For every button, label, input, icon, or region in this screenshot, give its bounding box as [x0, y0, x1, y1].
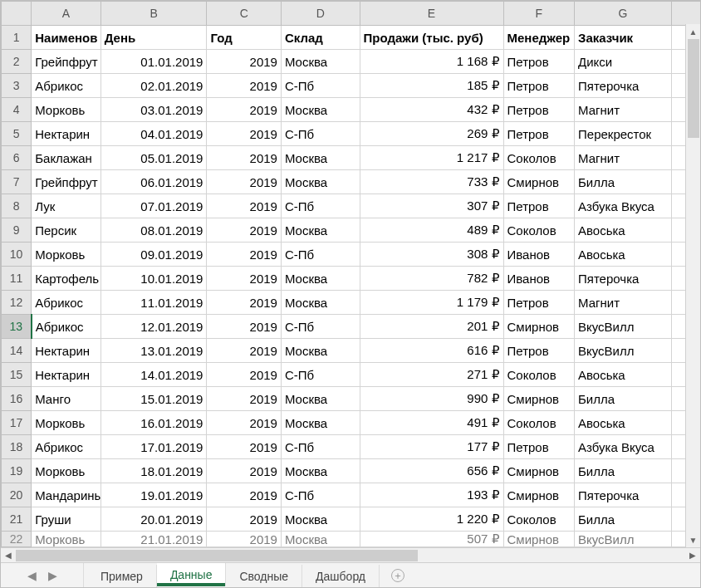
row-header[interactable]: 6: [2, 146, 32, 170]
cell[interactable]: Нектарин: [32, 339, 100, 363]
cell[interactable]: 2019: [207, 170, 282, 194]
cell[interactable]: 307 ₽: [360, 194, 503, 218]
tab-nav-prev-icon[interactable]: ◀: [27, 569, 37, 582]
cell[interactable]: Перекресток: [575, 122, 672, 146]
row-header[interactable]: 8: [2, 194, 32, 218]
header-cell[interactable]: Год: [207, 26, 282, 50]
cell[interactable]: 2019: [207, 483, 282, 507]
header-cell[interactable]: Продажи (тыс. руб): [360, 26, 503, 50]
col-header-E[interactable]: E: [360, 2, 503, 26]
row-header[interactable]: 2: [2, 50, 32, 74]
cell[interactable]: С-Пб: [281, 315, 360, 339]
cell[interactable]: Смирнов: [503, 387, 575, 411]
scroll-right-icon[interactable]: ▶: [685, 548, 700, 563]
cell[interactable]: Москва: [281, 146, 360, 170]
cell[interactable]: 616 ₽: [360, 339, 503, 363]
cell[interactable]: ВкусВилл: [575, 339, 672, 363]
col-header-A[interactable]: A: [32, 2, 100, 26]
col-header-blank[interactable]: [671, 2, 700, 26]
cell[interactable]: 07.01.2019: [100, 194, 207, 218]
cell[interactable]: Петров: [503, 74, 575, 98]
cell[interactable]: Пятерочка: [575, 267, 672, 291]
cell[interactable]: Морковь: [32, 459, 100, 483]
col-header-F[interactable]: F: [503, 2, 575, 26]
cell[interactable]: Смирнов: [503, 170, 575, 194]
header-cell[interactable]: Наименов: [32, 26, 100, 50]
cell[interactable]: Авоська: [575, 243, 672, 267]
cell[interactable]: С-Пб: [281, 243, 360, 267]
cell[interactable]: С-Пб: [281, 435, 360, 459]
cell[interactable]: 308 ₽: [360, 243, 503, 267]
cell[interactable]: Азбука Вкуса: [575, 435, 672, 459]
cell[interactable]: 09.01.2019: [100, 243, 207, 267]
cell[interactable]: 1 179 ₽: [360, 291, 503, 315]
cell[interactable]: 17.01.2019: [100, 435, 207, 459]
row-header[interactable]: 1: [2, 26, 32, 50]
row-header[interactable]: 16: [2, 387, 32, 411]
cell[interactable]: 2019: [207, 435, 282, 459]
cell[interactable]: Дикси: [575, 50, 672, 74]
col-header-D[interactable]: D: [281, 2, 360, 26]
cell[interactable]: Билла: [575, 170, 672, 194]
cell[interactable]: Соколов: [503, 411, 575, 435]
select-all-corner[interactable]: [2, 2, 32, 26]
cell[interactable]: 2019: [207, 363, 282, 387]
col-header-C[interactable]: C: [207, 2, 282, 26]
cell[interactable]: Москва: [281, 267, 360, 291]
cell[interactable]: 18.01.2019: [100, 459, 207, 483]
cell[interactable]: Нектарин: [32, 122, 100, 146]
cell[interactable]: 2019: [207, 459, 282, 483]
cell[interactable]: Москва: [281, 532, 360, 547]
cell[interactable]: Пятерочка: [575, 483, 672, 507]
cell[interactable]: 1 168 ₽: [360, 50, 503, 74]
cell[interactable]: 1 217 ₽: [360, 146, 503, 170]
cell[interactable]: Соколов: [503, 218, 575, 243]
cell[interactable]: 432 ₽: [360, 98, 503, 122]
cell[interactable]: 13.01.2019: [100, 339, 207, 363]
cell[interactable]: Москва: [281, 50, 360, 74]
cell[interactable]: Соколов: [503, 507, 575, 532]
add-sheet-button[interactable]: ＋: [380, 563, 416, 587]
cell[interactable]: 2019: [207, 411, 282, 435]
cell[interactable]: 04.01.2019: [100, 122, 207, 146]
cell[interactable]: Морковь: [32, 243, 100, 267]
cell[interactable]: Москва: [281, 507, 360, 532]
cell[interactable]: 02.01.2019: [100, 74, 207, 98]
cell[interactable]: 489 ₽: [360, 218, 503, 243]
cell[interactable]: Смирнов: [503, 459, 575, 483]
cell[interactable]: 1 220 ₽: [360, 507, 503, 532]
hscroll-thumb[interactable]: [16, 550, 418, 561]
cell[interactable]: Москва: [281, 387, 360, 411]
cell[interactable]: 656 ₽: [360, 459, 503, 483]
horizontal-scrollbar[interactable]: ◀ ▶: [1, 547, 700, 562]
sheet-tab[interactable]: Дашборд: [302, 565, 380, 587]
cell[interactable]: Петров: [503, 98, 575, 122]
vscroll-thumb[interactable]: [688, 39, 699, 138]
cell[interactable]: Москва: [281, 339, 360, 363]
cell[interactable]: Нектарин: [32, 363, 100, 387]
cell[interactable]: Абрикос: [32, 291, 100, 315]
cell[interactable]: Морковь: [32, 98, 100, 122]
cell[interactable]: 11.01.2019: [100, 291, 207, 315]
header-cell[interactable]: Заказчик: [575, 26, 672, 50]
cell[interactable]: Абрикос: [32, 74, 100, 98]
header-cell[interactable]: Склад: [281, 26, 360, 50]
cell[interactable]: 20.01.2019: [100, 507, 207, 532]
cell[interactable]: Манго: [32, 387, 100, 411]
cell[interactable]: Авоська: [575, 363, 672, 387]
cell[interactable]: 2019: [207, 50, 282, 74]
cell[interactable]: Билла: [575, 459, 672, 483]
cell[interactable]: Абрикос: [32, 315, 100, 339]
tab-nav-arrows[interactable]: ◀ ▶: [1, 563, 84, 587]
cell[interactable]: Смирнов: [503, 483, 575, 507]
row-header[interactable]: 20: [2, 483, 32, 507]
cell[interactable]: С-Пб: [281, 483, 360, 507]
cell[interactable]: 10.01.2019: [100, 267, 207, 291]
row-header[interactable]: 18: [2, 435, 32, 459]
row-header[interactable]: 15: [2, 363, 32, 387]
row-header[interactable]: 22: [2, 532, 32, 547]
cell[interactable]: 2019: [207, 507, 282, 532]
cell[interactable]: 16.01.2019: [100, 411, 207, 435]
row-header[interactable]: 10: [2, 243, 32, 267]
cell[interactable]: 2019: [207, 267, 282, 291]
